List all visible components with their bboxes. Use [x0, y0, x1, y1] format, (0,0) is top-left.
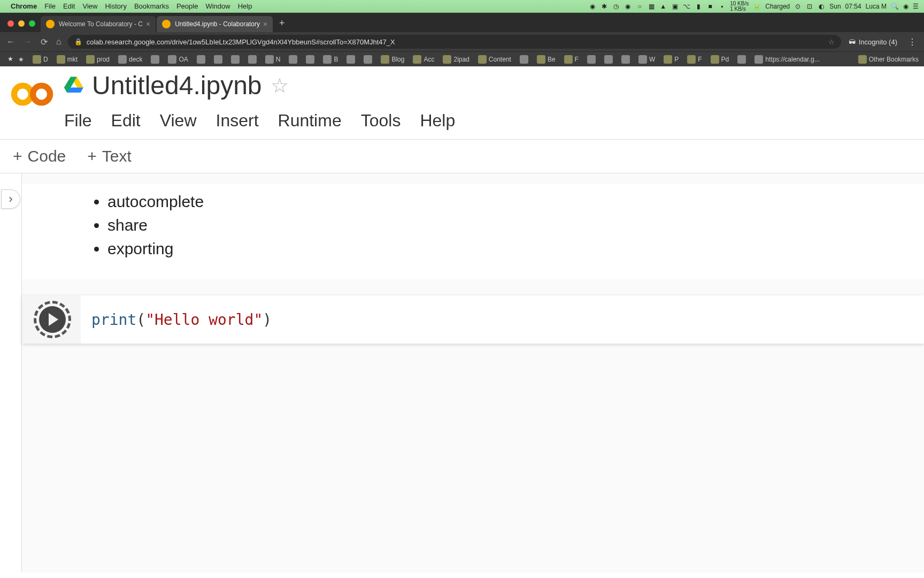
close-window-button[interactable] [7, 20, 14, 27]
mac-menu-people[interactable]: People [176, 2, 198, 10]
bookmark-item[interactable]: P [661, 54, 681, 65]
notification-center-icon[interactable]: ☰ [913, 3, 919, 10]
bookmark-item[interactable] [212, 54, 225, 65]
code-editor[interactable]: print ("Hello world") [81, 295, 924, 344]
tray-icon[interactable]: ▲ [659, 3, 667, 10]
bookmark-item[interactable] [195, 54, 207, 65]
tray-icon[interactable]: ⊡ [806, 3, 813, 10]
close-tab-icon[interactable]: × [263, 20, 267, 28]
tray-icon[interactable]: ◷ [612, 3, 620, 10]
bookmark-item[interactable]: Content [476, 54, 513, 65]
bookmark-item[interactable]: Acc [411, 54, 436, 65]
minimize-window-button[interactable] [18, 20, 25, 27]
bookmark-item[interactable]: D [30, 54, 50, 65]
bookmark-item[interactable]: https://calendar.g... [752, 54, 821, 65]
bookmark-item[interactable]: prod [84, 54, 112, 65]
colab-menu-view[interactable]: View [160, 111, 197, 131]
incognito-indicator[interactable]: 🕶 Incognito (4) [845, 38, 900, 46]
siri-icon[interactable]: ◉ [903, 3, 908, 10]
colab-menu-insert[interactable]: Insert [215, 111, 258, 131]
bookmark-item[interactable]: W [636, 54, 657, 65]
colab-logo-icon[interactable] [11, 73, 53, 116]
bookmark-item[interactable] [246, 54, 259, 65]
tray-icon[interactable]: ⊙ [794, 3, 802, 10]
colab-menu-tools[interactable]: Tools [361, 111, 401, 131]
tray-icon[interactable]: ▪ [718, 3, 726, 10]
chrome-menu-button[interactable]: ⋮ [905, 37, 920, 47]
bookmark-item[interactable]: Pd [709, 54, 732, 65]
colab-menu-edit[interactable]: Edit [111, 111, 141, 131]
bookmark-item[interactable]: N [263, 54, 283, 65]
maximize-window-button[interactable] [29, 20, 35, 27]
bookmark-item[interactable] [149, 54, 161, 65]
mac-menu-view[interactable]: View [82, 2, 97, 10]
code-cell[interactable]: print ("Hello world") [22, 295, 924, 344]
mac-menu-window[interactable]: Window [205, 2, 230, 10]
tray-icon[interactable]: ▮ [695, 3, 702, 10]
reload-button[interactable]: ⟳ [38, 35, 50, 49]
bookmark-item[interactable] [229, 54, 242, 65]
tray-icon[interactable]: ◉ [589, 3, 596, 10]
text-cell[interactable]: autocomplete share exporting [22, 184, 924, 279]
bookmark-item[interactable] [619, 54, 632, 65]
bookmark-item[interactable]: Be [535, 54, 558, 65]
bookmark-star-icon[interactable]: ☆ [828, 38, 835, 46]
notebook-title[interactable]: Untitled4.ipynb [92, 71, 262, 100]
tray-icon[interactable]: ⌥ [683, 3, 690, 10]
lock-icon[interactable]: 🔒 [74, 38, 82, 45]
add-text-cell-button[interactable]: + Text [87, 147, 132, 165]
tray-icon[interactable]: ◐ [818, 3, 825, 10]
back-button[interactable]: ← [4, 35, 17, 49]
tray-icon[interactable]: ◉ [624, 3, 632, 10]
bookmark-item[interactable]: mkt [55, 54, 80, 65]
mac-menu-history[interactable]: History [105, 2, 126, 10]
bookmark-item[interactable]: OA [166, 54, 190, 65]
run-cell-button[interactable] [34, 301, 71, 338]
colab-menu-file[interactable]: File [64, 111, 92, 131]
bookmark-item[interactable]: B [321, 54, 340, 65]
bookmark-item[interactable] [304, 54, 317, 65]
mac-menu-edit[interactable]: Edit [63, 2, 75, 10]
colab-menu-help[interactable]: Help [420, 111, 455, 131]
expand-sidebar-button[interactable]: › [1, 189, 20, 209]
mac-menu-help[interactable]: Help [238, 2, 252, 10]
tray-icon[interactable]: ○ [636, 3, 643, 10]
notebook-area[interactable]: autocomplete share exporting print ("Hel… [21, 173, 924, 573]
bookmark-item[interactable] [518, 54, 530, 65]
bookmark-item[interactable] [287, 54, 299, 65]
bookmark-item[interactable] [585, 54, 598, 65]
other-bookmarks[interactable]: Other Bookmarks [858, 55, 919, 64]
home-button[interactable]: ⌂ [54, 35, 64, 49]
mac-menu-bookmarks[interactable]: Bookmarks [134, 2, 169, 10]
close-tab-icon[interactable]: × [146, 20, 150, 28]
bookmark-item[interactable] [735, 54, 748, 65]
bookmark-item[interactable]: F [562, 54, 581, 65]
tray-icon[interactable]: ■ [706, 3, 714, 10]
bookmark-item[interactable]: Blog [379, 54, 406, 65]
colab-menu-runtime[interactable]: Runtime [278, 111, 342, 131]
add-code-cell-button[interactable]: + Code [13, 147, 66, 165]
bookmark-item[interactable] [602, 54, 615, 65]
tray-icon[interactable]: ▣ [671, 3, 679, 10]
clock-time[interactable]: 07:54 [845, 3, 861, 10]
battery-icon[interactable]: 🔋 [753, 3, 761, 10]
user-name[interactable]: Luca M [866, 3, 887, 10]
browser-tab-active[interactable]: Untitled4.ipynb - Colaboratory × [157, 16, 273, 32]
bookmark-item[interactable]: F [685, 54, 704, 65]
new-tab-button[interactable]: + [274, 18, 290, 32]
bookmark-item[interactable] [344, 54, 357, 65]
bookmark-item[interactable] [361, 54, 374, 65]
bookmark-item[interactable]: deck [116, 54, 144, 65]
mac-menu-file[interactable]: File [44, 2, 56, 10]
address-bar[interactable]: 🔒 colab.research.google.com/drive/1ow5Lb… [68, 35, 841, 49]
forward-button[interactable]: → [21, 35, 34, 49]
bookmark-item[interactable]: 2ipad [441, 54, 471, 65]
active-app-name[interactable]: Chrome [11, 2, 37, 10]
tray-icon[interactable]: ▦ [648, 3, 655, 10]
browser-tab[interactable]: Welcome To Colaboratory - C × [41, 16, 156, 32]
bookmark-item[interactable]: ★★ [5, 54, 26, 65]
clock-day[interactable]: Sun [829, 3, 841, 10]
star-button[interactable]: ☆ [271, 74, 289, 97]
tray-icon[interactable]: ✱ [600, 3, 608, 10]
spotlight-icon[interactable]: 🔍 [891, 3, 899, 10]
